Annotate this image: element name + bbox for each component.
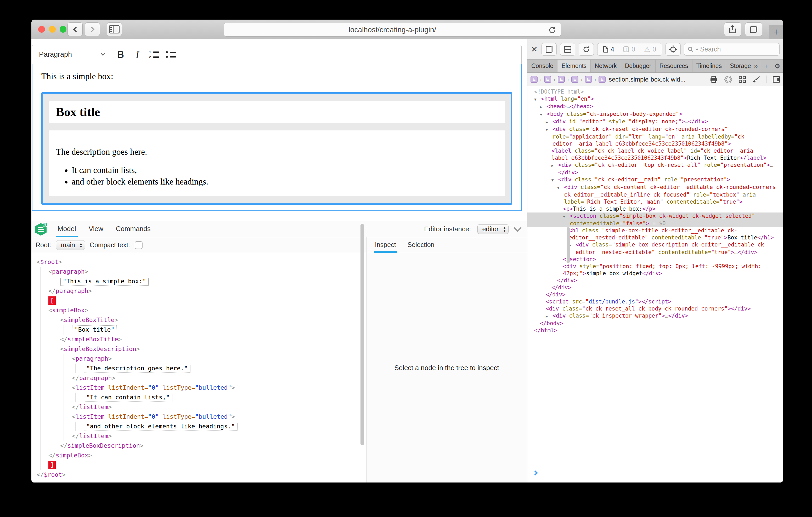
compact-text-checkbox[interactable] <box>135 241 143 249</box>
styles-brush-icon[interactable] <box>752 75 760 83</box>
disclosure-triangle-icon[interactable]: ▼ <box>534 96 541 103</box>
new-tab-button[interactable]: + <box>769 25 783 39</box>
root-select[interactable]: main ▲▼ <box>56 240 85 250</box>
model-tree-line[interactable]: "This is a simple box:" <box>60 277 366 286</box>
show-source-icon[interactable] <box>724 76 733 83</box>
source-line[interactable]: </div> <box>527 284 783 291</box>
source-line[interactable]: </body> <box>527 320 783 327</box>
source-line[interactable]: ▼<body class="ck-inspector-body-expanded… <box>527 111 783 118</box>
devtools-tab[interactable]: Resources <box>656 60 692 72</box>
model-tree-line[interactable]: <listItem listIndent="0" listType="bulle… <box>72 412 366 422</box>
devtools-tab[interactable]: Timelines <box>692 60 726 72</box>
model-tree-line[interactable]: <simpleBoxTitle> <box>60 315 366 325</box>
disclosure-triangle-icon[interactable]: ▼ <box>557 184 564 191</box>
model-tree-line[interactable]: </listItem> <box>72 431 366 441</box>
element-picker-button[interactable] <box>666 43 681 56</box>
source-line[interactable]: <script src="dist/bundle.js"></script> <box>527 298 783 305</box>
disclosure-triangle-icon[interactable]: ▼ <box>540 111 547 118</box>
source-line[interactable]: ▶<div class="ck-inspector-wrapper">…</di… <box>527 312 783 320</box>
heading-dropdown[interactable]: Paragraph <box>39 51 105 59</box>
source-line[interactable]: </section> <box>527 256 783 263</box>
source-line[interactable]: ▶<head>…</head> <box>527 103 783 111</box>
editor-content[interactable]: This is a simple box: Box title The desc… <box>32 64 522 211</box>
disclosure-triangle-icon[interactable]: ▶ <box>540 103 547 111</box>
back-button[interactable] <box>67 23 83 36</box>
source-line[interactable]: ▼<html lang="en"> <box>527 95 783 103</box>
description-paragraph[interactable]: The description goes here. <box>56 147 498 157</box>
devtools-reload-button[interactable] <box>579 43 594 56</box>
tab-overview-button[interactable] <box>745 23 762 36</box>
model-tree-line[interactable]: </simpleBox> <box>49 451 366 460</box>
reload-icon[interactable] <box>548 26 557 34</box>
model-tree-line[interactable]: <paragraph> <box>49 267 366 277</box>
devtools-tab[interactable]: Storage <box>726 60 755 72</box>
model-tree-line[interactable]: <simpleBoxDescription> <box>60 344 366 354</box>
forward-button[interactable] <box>85 23 100 36</box>
disclosure-triangle-icon[interactable]: ▼ <box>546 126 552 133</box>
model-tree-line[interactable]: ] <box>49 460 366 470</box>
tab-overflow-button[interactable]: » <box>751 60 761 72</box>
model-tree-line[interactable]: <paragraph> <box>72 354 366 364</box>
inspector-tab[interactable]: View <box>89 221 103 237</box>
print-icon[interactable] <box>710 76 718 83</box>
zoom-window-button[interactable] <box>60 26 66 33</box>
inspector-tab[interactable]: Commands <box>116 221 151 237</box>
source-line[interactable]: </div> <box>527 277 783 284</box>
model-tree-line[interactable]: <listItem listIndent="0" listType="bulle… <box>72 383 366 393</box>
model-tree-line[interactable]: [ <box>49 296 366 306</box>
close-devtools-button[interactable]: ✕ <box>531 45 538 54</box>
source-line[interactable]: <div class="ck ck-reset_all ck-body ck-r… <box>527 305 783 312</box>
layout-grid-icon[interactable] <box>739 76 746 83</box>
source-line[interactable]: ▼<div class="ck ck-reset ck-editor ck-ro… <box>527 126 783 147</box>
model-tree-line[interactable]: "Box title" <box>72 325 366 335</box>
details-sidebar-icon[interactable] <box>773 76 780 83</box>
model-tree-line[interactable]: </simpleBoxTitle> <box>60 335 366 344</box>
simple-box-description[interactable]: The description goes here. It can contai… <box>49 130 505 196</box>
element-badge[interactable]: E <box>530 76 538 83</box>
element-badge[interactable]: E <box>558 76 565 83</box>
devtools-tab[interactable]: Console <box>527 60 557 72</box>
model-tree-line[interactable]: <$root> <box>37 257 366 267</box>
dock-button[interactable] <box>560 43 575 56</box>
numbered-list-button[interactable]: 1 2 <box>146 47 163 62</box>
model-tree-line[interactable]: "The description goes here." <box>84 364 366 373</box>
collapse-inspector-icon[interactable] <box>514 224 522 232</box>
source-line[interactable]: ▼<div class="ck ck-content ck-editor__ed… <box>527 184 783 206</box>
disclosure-triangle-icon[interactable]: ▼ <box>563 213 570 220</box>
address-bar[interactable]: localhost/creating-a-plugin/ <box>224 23 561 37</box>
share-button[interactable] <box>724 23 742 36</box>
tree-scrollbar[interactable] <box>360 224 364 446</box>
list-item[interactable]: and other block elements like headings. <box>72 177 498 187</box>
model-tree-line[interactable]: <simpleBox> <box>49 306 366 315</box>
breadcrumb-current[interactable]: section.simple-box.ck-wid... <box>609 76 686 83</box>
model-tree-line[interactable]: </paragraph> <box>49 286 366 296</box>
quick-console[interactable] <box>527 463 783 483</box>
add-tab-button[interactable]: + <box>761 60 771 72</box>
source-line[interactable]: <p>This is a simple box:</p> <box>527 206 783 213</box>
source-line[interactable]: </html> <box>527 327 783 334</box>
sidebar-toggle-button[interactable] <box>107 23 122 36</box>
source-line[interactable]: ▼<section class="simple-box ck-widget ck… <box>527 213 783 227</box>
model-tree-line[interactable]: "and other block elements like headings.… <box>84 422 366 431</box>
simple-box-widget[interactable]: Box title The description goes here. It … <box>41 92 512 205</box>
source-line[interactable]: <h1 class="simple-box-title ck-editor__e… <box>527 227 783 241</box>
element-badge[interactable]: E <box>599 76 606 83</box>
source-line[interactable]: ▶<div class="simple-box-description ck-e… <box>527 241 783 256</box>
disclosure-triangle-icon[interactable]: ▶ <box>546 119 552 126</box>
model-tree-line[interactable]: "It can contain lists," <box>84 393 366 402</box>
inspector-tab[interactable]: Model <box>58 221 76 237</box>
element-badge[interactable]: E <box>585 76 592 83</box>
element-badge[interactable]: E <box>571 76 578 83</box>
source-line[interactable]: ▶<div id="editor" style="display: none;"… <box>527 118 783 126</box>
disclosure-triangle-icon[interactable]: ▶ <box>551 162 558 169</box>
italic-button[interactable]: I <box>129 47 146 62</box>
disclosure-triangle-icon[interactable]: ▶ <box>546 313 552 320</box>
issues-summary[interactable]: 4 !0 ⚠0 <box>597 43 662 56</box>
disclosure-triangle-icon[interactable]: ▼ <box>551 177 558 184</box>
model-tree-line[interactable]: </simpleBoxDescription> <box>60 441 366 451</box>
devtools-settings-button[interactable]: ⚙ <box>771 60 783 72</box>
model-tree-line[interactable]: </$root> <box>37 470 366 480</box>
detach-button[interactable] <box>542 43 557 56</box>
source-line[interactable]: ▼<div class="ck ck-editor__main" role="p… <box>527 176 783 184</box>
source-line[interactable]: <label class="ck ck-label ck-voice-label… <box>527 147 783 161</box>
